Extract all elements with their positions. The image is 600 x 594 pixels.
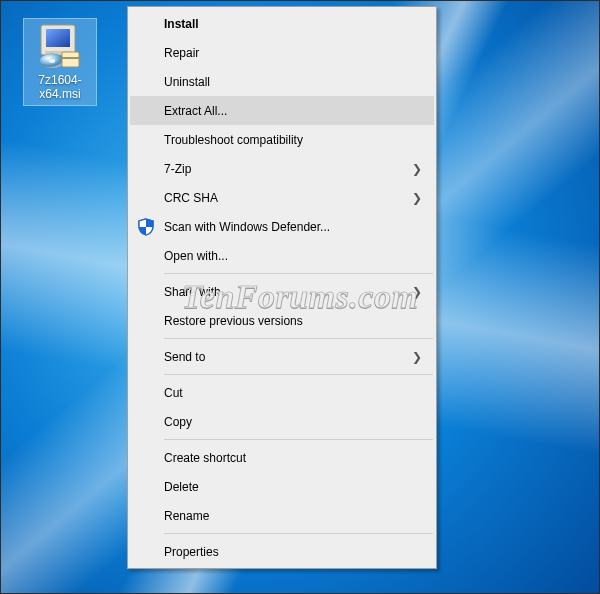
menu-item-cut[interactable]: Cut: [130, 378, 434, 407]
msi-installer-icon: [35, 21, 85, 71]
menu-item-repair[interactable]: Repair: [130, 38, 434, 67]
menu-separator: [164, 338, 433, 339]
desktop-file-label: 7z1604-x64.msi: [26, 73, 94, 101]
menu-separator: [164, 439, 433, 440]
menu-separator: [164, 273, 433, 274]
menu-item-7zip[interactable]: 7-Zip ❯: [130, 154, 434, 183]
menu-item-properties[interactable]: Properties: [130, 537, 434, 566]
menu-item-copy[interactable]: Copy: [130, 407, 434, 436]
menu-item-share-with[interactable]: Share with ❯: [130, 277, 434, 306]
menu-item-restore[interactable]: Restore previous versions: [130, 306, 434, 335]
svg-rect-2: [46, 29, 70, 47]
shield-icon: [137, 218, 155, 236]
menu-item-extract-all[interactable]: Extract All...: [130, 96, 434, 125]
menu-item-create-shortcut[interactable]: Create shortcut: [130, 443, 434, 472]
svg-rect-8: [62, 57, 79, 59]
chevron-right-icon: ❯: [412, 162, 422, 176]
menu-item-rename[interactable]: Rename: [130, 501, 434, 530]
menu-item-install[interactable]: Install: [130, 9, 434, 38]
menu-item-uninstall[interactable]: Uninstall: [130, 67, 434, 96]
menu-item-crc-sha[interactable]: CRC SHA ❯: [130, 183, 434, 212]
menu-item-troubleshoot[interactable]: Troubleshoot compatibility: [130, 125, 434, 154]
menu-item-defender[interactable]: Scan with Windows Defender...: [130, 212, 434, 241]
chevron-right-icon: ❯: [412, 285, 422, 299]
svg-point-6: [49, 59, 55, 63]
menu-separator: [164, 374, 433, 375]
desktop-file-icon[interactable]: 7z1604-x64.msi: [23, 18, 97, 106]
context-menu: Install Repair Uninstall Extract All... …: [127, 6, 437, 569]
menu-item-send-to[interactable]: Send to ❯: [130, 342, 434, 371]
menu-separator: [164, 533, 433, 534]
menu-item-open-with[interactable]: Open with...: [130, 241, 434, 270]
svg-rect-7: [62, 52, 79, 67]
menu-item-delete[interactable]: Delete: [130, 472, 434, 501]
chevron-right-icon: ❯: [412, 350, 422, 364]
chevron-right-icon: ❯: [412, 191, 422, 205]
